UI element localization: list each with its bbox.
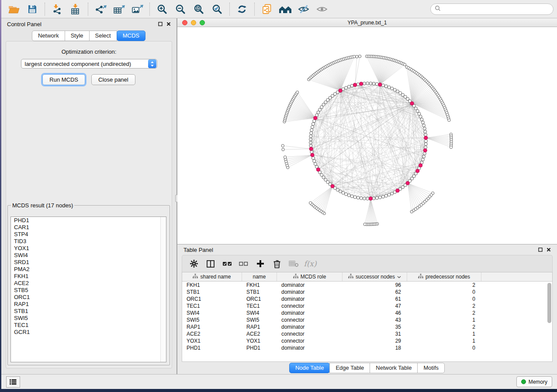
zoom-selected-button[interactable] <box>209 2 225 17</box>
network-node[interactable] <box>387 193 391 196</box>
network-node[interactable] <box>424 133 427 136</box>
network-node[interactable] <box>422 121 425 124</box>
mcds-result-item[interactable]: TEC1 <box>11 322 166 329</box>
network-node[interactable] <box>345 193 348 196</box>
show-panels-button[interactable] <box>6 376 20 388</box>
tab-motifs[interactable]: Motifs <box>417 363 445 373</box>
clear-checks-button[interactable] <box>237 257 250 270</box>
criterion-select[interactable]: largest connected component (undirected) <box>21 59 157 69</box>
network-node[interactable] <box>410 210 413 213</box>
network-node[interactable] <box>372 82 375 85</box>
network-node[interactable] <box>391 87 394 90</box>
network-node[interactable] <box>369 82 372 85</box>
table-row[interactable]: FKH1FKH1dominator962 <box>182 282 552 289</box>
network-hub-node[interactable] <box>360 82 363 86</box>
mcds-result-item[interactable]: ORC1 <box>11 294 166 301</box>
network-node[interactable] <box>342 191 345 194</box>
mcds-result-item[interactable]: SRD1 <box>11 259 166 266</box>
show-columns-button[interactable] <box>204 257 217 270</box>
table-row[interactable]: STB1STB1dominator620 <box>182 289 552 296</box>
network-node[interactable] <box>387 86 391 89</box>
network-hub-node[interactable] <box>369 197 372 200</box>
network-hub-node[interactable] <box>423 148 427 152</box>
network-node[interactable] <box>311 122 315 125</box>
network-node[interactable] <box>384 85 387 88</box>
zoom-in-button[interactable] <box>154 2 170 17</box>
network-node[interactable] <box>311 157 315 160</box>
network-node[interactable] <box>310 132 313 135</box>
maximize-traffic-light[interactable] <box>200 20 205 25</box>
network-node[interactable] <box>378 196 381 199</box>
network-node[interactable] <box>309 202 312 204</box>
network-canvas[interactable] <box>177 27 557 244</box>
network-node[interactable] <box>311 125 314 128</box>
network-node[interactable] <box>393 88 396 91</box>
hide-selected-button[interactable] <box>296 2 311 17</box>
mcds-result-item[interactable]: SWI5 <box>11 315 166 322</box>
table-settings-button[interactable] <box>187 257 201 270</box>
network-hub-node[interactable] <box>424 136 428 140</box>
table-row[interactable]: RAP1RAP1dominator352 <box>182 323 552 330</box>
network-node[interactable] <box>419 115 422 118</box>
network-node[interactable] <box>381 195 384 198</box>
export-network-button[interactable] <box>93 2 108 17</box>
mcds-result-item[interactable]: STB1 <box>11 308 166 315</box>
network-node[interactable] <box>423 127 426 130</box>
table-row[interactable]: ORC1ORC1dominator610 <box>182 296 552 303</box>
network-node[interactable] <box>375 196 378 199</box>
network-node[interactable] <box>347 85 350 88</box>
mcds-result-item[interactable]: GCR1 <box>11 329 166 336</box>
save-session-button[interactable] <box>24 2 40 17</box>
refresh-button[interactable] <box>234 2 250 17</box>
network-hub-node[interactable] <box>396 189 399 193</box>
close-panel-button[interactable]: Close panel <box>91 74 135 85</box>
network-node[interactable] <box>360 197 363 200</box>
table-row[interactable]: SWI5SWI5connector431 <box>182 316 552 323</box>
tab-mcds[interactable]: MCDS <box>117 31 145 41</box>
close-traffic-light[interactable] <box>182 20 187 25</box>
network-node[interactable] <box>422 124 426 127</box>
network-hub-node[interactable] <box>331 184 334 188</box>
network-node[interactable] <box>314 162 317 165</box>
first-neighbors-button[interactable] <box>277 2 293 17</box>
table-row[interactable]: YOX1YOX1connector291 <box>182 337 552 344</box>
network-node[interactable] <box>391 192 394 195</box>
float-window-button[interactable] <box>538 248 543 252</box>
network-hub-node[interactable] <box>339 89 342 92</box>
network-node[interactable] <box>356 196 360 199</box>
network-node[interactable] <box>284 156 286 158</box>
network-node[interactable] <box>381 84 384 87</box>
mcds-result-item[interactable]: CAR1 <box>11 224 166 231</box>
memory-button[interactable]: Memory <box>516 376 552 387</box>
run-mcds-button[interactable]: Run MCDS <box>42 74 85 85</box>
network-node[interactable] <box>422 155 426 158</box>
export-table-button[interactable] <box>111 2 127 17</box>
network-hub-node[interactable] <box>416 169 419 173</box>
column-header-predecessor-nodes[interactable]: predecessor nodes <box>407 272 481 281</box>
table-row[interactable]: TEC1TEC1connector472 <box>182 303 552 309</box>
table-row[interactable]: ACE2ACE2connector311 <box>182 330 552 337</box>
delete-columns-button[interactable] <box>270 257 284 270</box>
network-hub-node[interactable] <box>406 181 409 185</box>
network-node[interactable] <box>309 141 312 144</box>
network-node[interactable] <box>309 144 312 147</box>
network-node[interactable] <box>353 55 356 58</box>
import-network-button[interactable] <box>49 2 65 17</box>
tab-node-table[interactable]: Node Table <box>289 363 330 373</box>
network-node[interactable] <box>310 151 313 154</box>
float-window-button[interactable] <box>158 22 163 26</box>
mcds-result-item[interactable]: FKH1 <box>11 273 166 280</box>
tab-network[interactable]: Network <box>32 31 65 41</box>
network-hub-node[interactable] <box>314 116 317 120</box>
import-table-button[interactable] <box>68 2 83 17</box>
table-scrollbar-thumb[interactable] <box>547 283 551 323</box>
network-node[interactable] <box>309 138 312 141</box>
create-column-button[interactable] <box>254 257 267 270</box>
network-node[interactable] <box>350 195 353 198</box>
network-hub-node[interactable] <box>353 83 357 86</box>
tab-style[interactable]: Style <box>65 31 90 41</box>
network-node[interactable] <box>296 91 298 93</box>
network-hub-node[interactable] <box>311 153 314 157</box>
search-box[interactable] <box>430 3 554 15</box>
network-hub-node[interactable] <box>316 168 320 171</box>
